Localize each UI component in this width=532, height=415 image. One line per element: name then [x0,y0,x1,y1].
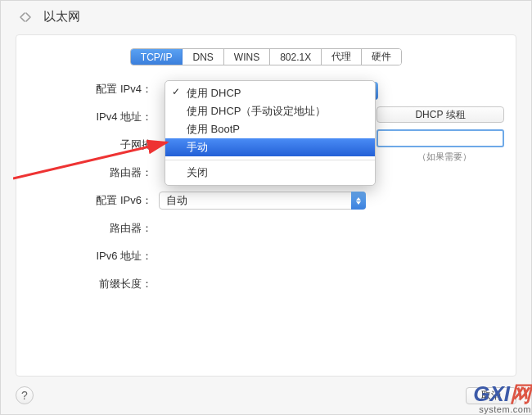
dropdown-item-bootp[interactable]: 使用 BootP [165,120,375,138]
content-panel: TCP/IP DNS WINS 802.1X 代理 硬件 配置 IPv4： IP… [16,34,516,377]
row-ipv6-address: IPv6 地址： [28,247,504,265]
tab-dns[interactable]: DNS [183,49,223,65]
label-prefix-length: 前缀长度： [28,277,159,291]
watermark: GXI网 system.com [473,383,531,414]
help-button[interactable]: ? [16,386,34,404]
dropdown-item-dhcp-manual[interactable]: 使用 DHCP（手动设定地址） [165,102,375,120]
watermark-line2: system.com [473,404,531,414]
dropdown-item-manual[interactable]: 手动 [165,138,375,156]
client-id-hint: （如果需要） [417,151,471,163]
ipv4-config-dropdown: 使用 DHCP 使用 DHCP（手动设定地址） 使用 BootP 手动 关闭 [165,80,376,186]
dropdown-separator [165,160,375,160]
footer: ? 取消 [16,386,516,404]
tab-group: TCP/IP DNS WINS 802.1X 代理 硬件 [130,48,402,65]
row-config-ipv6: 配置 IPv6： 自动 [28,192,504,210]
tab-tcpip[interactable]: TCP/IP [131,49,183,65]
label-config-ipv6: 配置 IPv6： [28,193,159,208]
ipv6-config-value: 自动 [166,193,187,208]
form-area: 配置 IPv4： IPv4 地址： 子网掩 路由器： 配置 IPv6： 自动 [28,80,504,293]
dropdown-item-dhcp[interactable]: 使用 DHCP [165,84,375,102]
label-ipv4-address: IPv4 地址： [28,110,159,124]
tab-wins[interactable]: WINS [224,49,270,65]
watermark-line1: GXI网 [473,383,531,404]
row-router-v6: 路由器： [28,219,504,237]
window-header: 以太网 [1,1,531,34]
tab-proxy[interactable]: 代理 [322,49,362,65]
chevron-up-down-icon [351,192,366,210]
ipv6-config-select[interactable]: 自动 [159,192,366,210]
tab-bar: TCP/IP DNS WINS 802.1X 代理 硬件 [28,48,504,65]
network-settings-window: 以太网 TCP/IP DNS WINS 802.1X 代理 硬件 配置 IPv4… [0,0,532,415]
label-config-ipv4: 配置 IPv4： [28,82,159,97]
label-router-v6: 路由器： [28,221,159,236]
help-icon: ? [21,389,28,402]
tab-hardware[interactable]: 硬件 [362,49,401,65]
dhcp-renew-button[interactable]: DHCP 续租 [376,106,504,123]
row-prefix-length: 前缀长度： [28,275,504,293]
dropdown-item-off[interactable]: 关闭 [165,164,375,182]
tab-8021x[interactable]: 802.1X [270,49,322,65]
dhcp-client-id-input[interactable] [376,129,504,147]
label-router-v4: 路由器： [28,165,159,180]
back-icon[interactable] [16,10,35,25]
label-ipv6-address: IPv6 地址： [28,249,159,264]
page-title: 以太网 [43,9,80,25]
label-subnet: 子网掩 [28,138,159,152]
